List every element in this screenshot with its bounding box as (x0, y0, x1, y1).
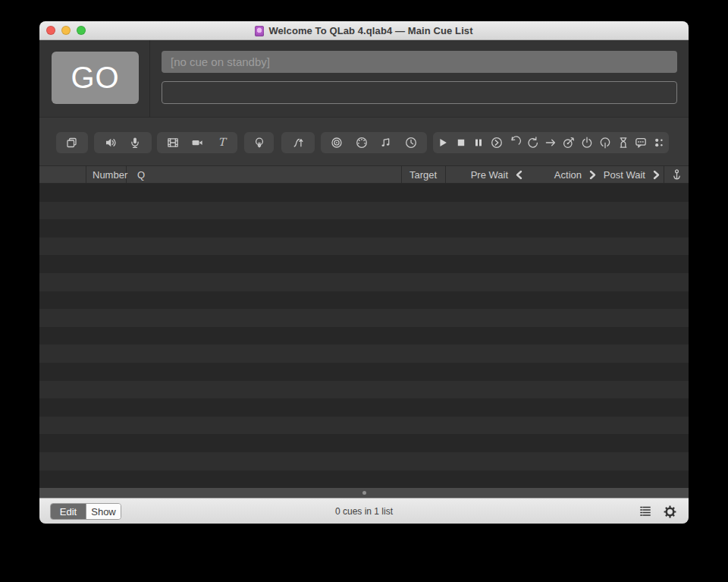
column-header-continue (664, 166, 689, 183)
cue-toolbar: T (39, 117, 689, 165)
column-header-status (39, 166, 86, 183)
midi-icon (355, 136, 369, 149)
column-header-number: Number (86, 166, 127, 183)
toolbar-group-audio (94, 132, 152, 153)
column-label: Post Wait (604, 169, 645, 181)
midi-cue-button[interactable] (353, 134, 370, 152)
devamp-cue-button[interactable] (525, 134, 541, 152)
cue-lists-button[interactable] (637, 503, 654, 520)
toolbar-group-light (244, 132, 274, 153)
power-on-icon (580, 136, 594, 149)
column-header-target: Target (402, 166, 446, 183)
auto-continue-anchor-icon (671, 168, 682, 181)
toolbar-group-network (321, 132, 427, 153)
column-header-post-wait: Post Wait (601, 166, 664, 183)
group-cue-button[interactable] (64, 134, 80, 152)
standby-section: GO [no cue on standby] (39, 40, 689, 117)
column-header-q: Q (127, 166, 402, 183)
start-cue-button[interactable] (435, 134, 451, 152)
gear-icon (663, 505, 677, 519)
clock-icon (404, 136, 418, 149)
pane-splitter[interactable] (39, 488, 689, 498)
hourglass-icon (617, 136, 630, 149)
title-bar[interactable]: Welcome To QLab 4.qlab4 — Main Cue List (39, 21, 689, 40)
video-cue-button[interactable] (165, 134, 181, 152)
chevron-right-icon[interactable] (588, 170, 597, 180)
redo-circle-arrow-icon (526, 136, 540, 149)
light-cue-button[interactable] (251, 134, 268, 152)
network-cue-button[interactable] (328, 134, 345, 152)
group-icon (65, 136, 79, 149)
script-dots-icon (652, 136, 666, 149)
camera-cue-button[interactable] (189, 134, 206, 152)
stop-cue-button[interactable] (453, 134, 469, 152)
column-label: Q (137, 169, 145, 181)
power-off-icon (598, 136, 612, 149)
document-icon (255, 26, 264, 36)
toolbar-group-fade (281, 132, 315, 153)
mic-cue-button[interactable] (127, 134, 143, 152)
cue-list-header: Number Q Target Pre Wait Action Post Wai… (39, 165, 689, 184)
text-icon: T (215, 136, 228, 149)
speech-bubble-icon (634, 136, 648, 149)
show-mode-button[interactable]: Show (86, 504, 121, 519)
chevron-right-icon[interactable] (652, 170, 661, 180)
window-title: Welcome To QLab 4.qlab4 — Main Cue List (268, 25, 472, 36)
toolbar-group-control (433, 132, 669, 153)
splitter-handle-dot (362, 491, 366, 495)
target-cue-button[interactable] (560, 134, 577, 152)
right-arrow-icon (544, 136, 557, 149)
script-cue-button[interactable] (651, 134, 667, 152)
midi-file-cue-button[interactable] (378, 134, 394, 152)
mode-segmented-control: Edit Show (50, 503, 121, 520)
mic-icon (128, 136, 142, 149)
svg-text:T: T (218, 136, 228, 148)
header-divider (149, 40, 150, 117)
fade-icon (291, 136, 305, 149)
column-label: Pre Wait (471, 169, 508, 181)
audio-cue-button[interactable] (102, 134, 119, 152)
camera-icon (190, 136, 204, 149)
music-note-icon (379, 136, 393, 149)
column-header-pre-wait: Pre Wait (446, 166, 529, 183)
qlab-window: Welcome To QLab 4.qlab4 — Main Cue List … (39, 21, 689, 524)
pause-cue-button[interactable] (470, 134, 487, 152)
video-icon (166, 136, 180, 149)
goto-cue-button[interactable] (542, 134, 559, 152)
cue-list-rows[interactable] (39, 184, 689, 488)
cue-count-status: 0 cues in 1 list (39, 499, 689, 524)
standby-text: [no cue on standby] (171, 55, 270, 68)
play-icon (436, 136, 450, 149)
text-cue-button[interactable]: T (213, 134, 230, 152)
undo-arrow-icon (508, 136, 522, 149)
load-cue-button[interactable] (488, 134, 505, 152)
chevron-left-icon[interactable] (515, 170, 523, 180)
notes-field[interactable] (162, 81, 677, 104)
light-icon (253, 136, 266, 149)
reset-cue-button[interactable] (507, 134, 523, 152)
column-label: Number (93, 169, 127, 181)
audio-icon (104, 136, 118, 149)
timecode-cue-button[interactable] (403, 134, 419, 152)
column-label: Action (554, 169, 582, 181)
toolbar-group-group (56, 132, 88, 153)
standby-display: [no cue on standby] (162, 51, 677, 73)
status-bar: 0 cues in 1 list Edit Show (39, 498, 689, 524)
wait-cue-button[interactable] (615, 134, 632, 152)
load-icon (490, 136, 504, 149)
disarm-cue-button[interactable] (597, 134, 613, 152)
column-header-action: Action (529, 166, 601, 183)
network-osc-icon (330, 136, 344, 149)
memo-cue-button[interactable] (632, 134, 649, 152)
cue-lists-icon (639, 505, 652, 518)
arm-cue-button[interactable] (579, 134, 595, 152)
go-button[interactable]: GO (52, 52, 139, 104)
target-dart-icon (562, 136, 576, 149)
toolbar-group-video: T (157, 132, 237, 153)
edit-mode-button[interactable]: Edit (51, 504, 86, 519)
pause-icon (472, 136, 485, 149)
fade-cue-button[interactable] (290, 134, 306, 152)
stop-icon (454, 136, 468, 149)
column-label: Target (410, 169, 437, 181)
workspace-settings-button[interactable] (661, 503, 678, 520)
